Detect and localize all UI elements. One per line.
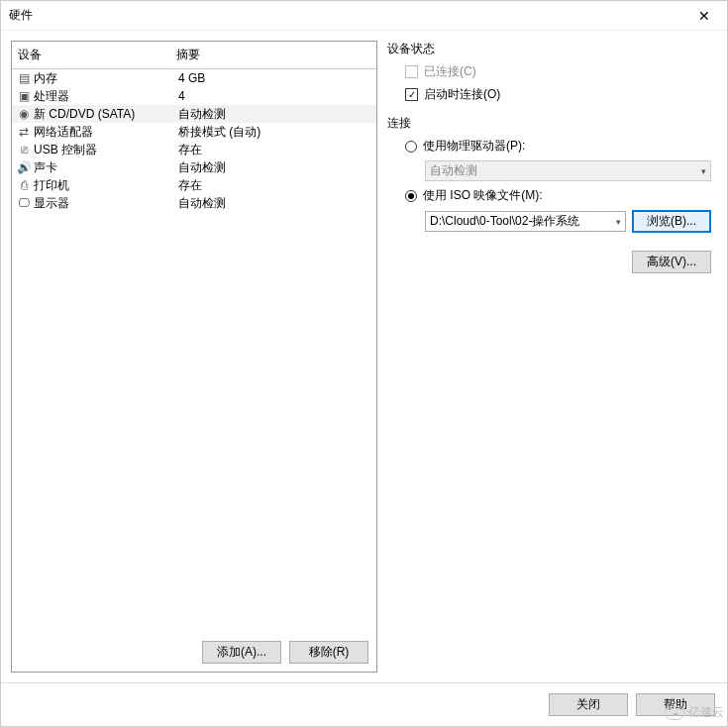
close-dialog-button[interactable]: 关闭 bbox=[549, 693, 628, 716]
hardware-list-panel: 设备 摘要 ▤内存4 GB▣处理器4◉新 CD/DVD (SATA)自动检测⇄网… bbox=[11, 41, 377, 673]
connection-title: 连接 bbox=[387, 115, 711, 132]
hardware-row[interactable]: ◉新 CD/DVD (SATA)自动检测 bbox=[12, 105, 376, 123]
display-icon: 🖵 bbox=[16, 196, 32, 210]
sound-icon: 🔊 bbox=[16, 160, 32, 174]
hardware-list-header: 设备 摘要 bbox=[12, 42, 376, 69]
cd-icon: ◉ bbox=[16, 107, 32, 121]
hardware-summary: 桥接模式 (自动) bbox=[178, 124, 372, 141]
hardware-name: 处理器 bbox=[34, 88, 178, 105]
add-button[interactable]: 添加(A)... bbox=[202, 641, 281, 664]
settings-panel: 设备状态 已连接(C) ✓ 启动时连接(O) 连接 bbox=[387, 41, 717, 673]
hardware-list-buttons: 添加(A)... 移除(R) bbox=[12, 633, 376, 672]
iso-file-radio-row[interactable]: 使用 ISO 映像文件(M): bbox=[405, 187, 711, 204]
hardware-row[interactable]: ▣处理器4 bbox=[12, 87, 376, 105]
cpu-icon: ▣ bbox=[16, 89, 32, 103]
device-status-group: 设备状态 已连接(C) ✓ 启动时连接(O) bbox=[387, 41, 711, 103]
physical-drive-radio[interactable] bbox=[405, 141, 417, 153]
hardware-row[interactable]: ⎙打印机存在 bbox=[12, 176, 376, 194]
hardware-row[interactable]: ⎚USB 控制器存在 bbox=[12, 141, 376, 158]
network-icon: ⇄ bbox=[16, 125, 32, 139]
window-title: 硬件 bbox=[9, 7, 33, 24]
close-button[interactable]: ✕ bbox=[689, 1, 719, 31]
connect-on-start-checkbox[interactable]: ✓ bbox=[405, 88, 418, 101]
connected-checkbox bbox=[405, 65, 418, 78]
connect-on-start-row[interactable]: ✓ 启动时连接(O) bbox=[405, 86, 711, 103]
hardware-name: 显示器 bbox=[34, 195, 178, 212]
device-status-title: 设备状态 bbox=[387, 41, 711, 57]
hardware-name: 打印机 bbox=[34, 177, 178, 194]
titlebar: 硬件 ✕ bbox=[1, 1, 727, 31]
hardware-summary: 自动检测 bbox=[178, 195, 372, 212]
chevron-down-icon[interactable]: ▾ bbox=[616, 217, 621, 227]
hardware-name: 声卡 bbox=[34, 159, 178, 176]
physical-drive-value: 自动检测 bbox=[430, 162, 477, 179]
chevron-down-icon: ▾ bbox=[701, 166, 706, 176]
iso-path-dropdown[interactable]: D:\Cloud\0-Tool\02-操作系统 ▾ bbox=[425, 211, 626, 232]
hardware-dialog: 硬件 ✕ 设备 摘要 ▤内存4 GB▣处理器4◉新 CD/DVD (SATA)自… bbox=[0, 0, 728, 727]
hardware-summary: 4 GB bbox=[178, 71, 372, 85]
connected-label: 已连接(C) bbox=[424, 63, 476, 80]
hardware-name: 新 CD/DVD (SATA) bbox=[34, 106, 178, 123]
hardware-row[interactable]: 🔊声卡自动检测 bbox=[12, 158, 376, 176]
usb-icon: ⎚ bbox=[16, 143, 32, 156]
physical-drive-dropdown: 自动检测 ▾ bbox=[425, 160, 711, 181]
hardware-summary: 存在 bbox=[178, 177, 372, 194]
hardware-name: 内存 bbox=[34, 70, 178, 87]
content-area: 设备 摘要 ▤内存4 GB▣处理器4◉新 CD/DVD (SATA)自动检测⇄网… bbox=[1, 31, 727, 682]
printer-icon: ⎙ bbox=[16, 178, 32, 192]
iso-path-value: D:\Cloud\0-Tool\02-操作系统 bbox=[430, 213, 579, 230]
connected-checkbox-row: 已连接(C) bbox=[405, 63, 711, 80]
dialog-footer: 关闭 帮助 bbox=[1, 682, 727, 726]
hardware-summary: 4 bbox=[178, 89, 372, 103]
hardware-summary: 自动检测 bbox=[178, 159, 372, 176]
physical-drive-radio-row[interactable]: 使用物理驱动器(P): bbox=[405, 138, 711, 155]
remove-button[interactable]: 移除(R) bbox=[289, 641, 368, 664]
hardware-name: 网络适配器 bbox=[34, 124, 178, 141]
help-button[interactable]: 帮助 bbox=[636, 693, 715, 716]
connection-group: 连接 使用物理驱动器(P): 自动检测 ▾ 使用 ISO 映像文 bbox=[387, 115, 711, 233]
hardware-row[interactable]: 🖵显示器自动检测 bbox=[12, 194, 376, 212]
hardware-list[interactable]: ▤内存4 GB▣处理器4◉新 CD/DVD (SATA)自动检测⇄网络适配器桥接… bbox=[12, 69, 376, 633]
memory-icon: ▤ bbox=[16, 71, 32, 85]
column-header-device[interactable]: 设备 bbox=[18, 47, 176, 63]
hardware-name: USB 控制器 bbox=[34, 142, 178, 158]
iso-file-radio[interactable] bbox=[405, 190, 417, 202]
iso-file-label: 使用 ISO 映像文件(M): bbox=[423, 187, 543, 204]
column-header-summary[interactable]: 摘要 bbox=[176, 47, 370, 63]
physical-drive-label: 使用物理驱动器(P): bbox=[423, 138, 525, 155]
connect-on-start-label: 启动时连接(O) bbox=[424, 86, 500, 103]
hardware-summary: 存在 bbox=[178, 142, 372, 158]
hardware-row[interactable]: ⇄网络适配器桥接模式 (自动) bbox=[12, 123, 376, 141]
advanced-button[interactable]: 高级(V)... bbox=[632, 251, 711, 273]
hardware-row[interactable]: ▤内存4 GB bbox=[12, 69, 376, 87]
hardware-summary: 自动检测 bbox=[178, 106, 372, 123]
browse-button[interactable]: 浏览(B)... bbox=[632, 210, 711, 233]
